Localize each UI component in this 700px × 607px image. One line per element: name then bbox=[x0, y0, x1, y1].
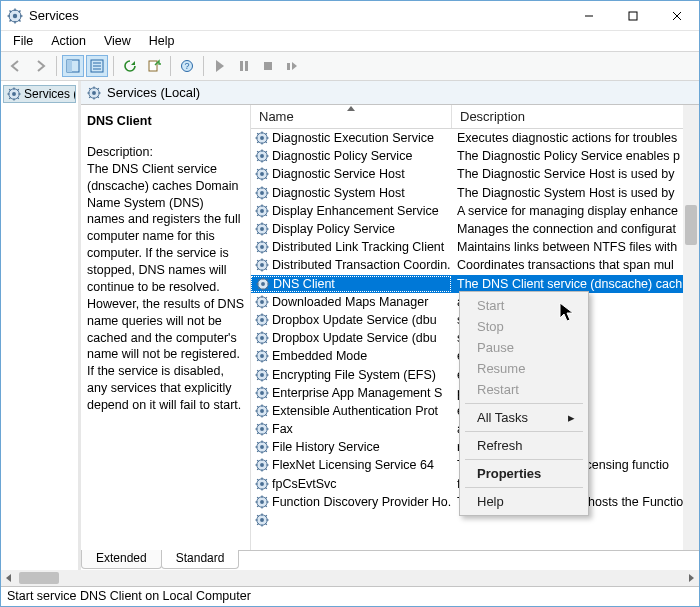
menu-file[interactable]: File bbox=[5, 33, 41, 49]
service-row[interactable]: Diagnostic Execution ServiceExecutes dia… bbox=[251, 129, 699, 147]
show-hide-tree-button[interactable] bbox=[62, 55, 84, 77]
selected-service-name: DNS Client bbox=[87, 113, 244, 130]
sort-asc-icon bbox=[347, 106, 355, 111]
svg-rect-24 bbox=[245, 61, 248, 71]
service-gear-icon bbox=[255, 495, 269, 509]
refresh-button[interactable] bbox=[119, 55, 141, 77]
menu-view[interactable]: View bbox=[96, 33, 139, 49]
tree-item-label: Services (L bbox=[24, 87, 76, 101]
tab-extended[interactable]: Extended bbox=[81, 550, 162, 569]
vertical-scroll-thumb[interactable] bbox=[685, 205, 697, 245]
service-name-cell: Diagnostic Service Host bbox=[272, 167, 405, 181]
export-button[interactable] bbox=[143, 55, 165, 77]
service-gear-icon bbox=[255, 422, 269, 436]
services-app-icon bbox=[7, 8, 23, 24]
service-desc-cell: The Diagnostic Service Host is used by bbox=[451, 167, 699, 181]
description-label: Description: bbox=[87, 144, 244, 161]
tree-pane: Services (L bbox=[1, 81, 81, 570]
service-row[interactable]: Distributed Link Tracking ClientMaintain… bbox=[251, 238, 699, 256]
service-desc-cell: Maintains links between NTFS files with bbox=[451, 240, 699, 254]
stop-service-button[interactable] bbox=[257, 55, 279, 77]
service-gear-icon bbox=[255, 258, 269, 272]
column-header-desc-label: Description bbox=[460, 109, 525, 124]
context-menu-separator bbox=[465, 431, 583, 432]
service-gear-icon bbox=[255, 186, 269, 200]
service-gear-icon bbox=[255, 458, 269, 472]
chevron-right-icon: ▸ bbox=[568, 410, 575, 425]
window-title: Services bbox=[29, 8, 567, 23]
context-menu-item-refresh[interactable]: Refresh bbox=[463, 435, 585, 456]
context-menu-separator bbox=[465, 403, 583, 404]
titlebar: Services bbox=[1, 1, 699, 31]
service-gear-icon bbox=[255, 240, 269, 254]
context-menu-item-label: Refresh bbox=[477, 438, 523, 453]
service-desc-cell: Executes diagnostic actions for troubles bbox=[451, 131, 699, 145]
context-menu: StartStopPauseResumeRestartAll Tasks▸Ref… bbox=[459, 291, 589, 516]
details-button[interactable] bbox=[86, 55, 108, 77]
service-row[interactable]: Distributed Transaction Coordin...Coordi… bbox=[251, 256, 699, 274]
context-menu-item-restart: Restart bbox=[463, 379, 585, 400]
service-row[interactable]: DNS ClientThe DNS Client service (dnscac… bbox=[251, 275, 699, 293]
service-name-cell: Distributed Link Tracking Client bbox=[272, 240, 444, 254]
back-button[interactable] bbox=[5, 55, 27, 77]
pause-service-button[interactable] bbox=[233, 55, 255, 77]
service-row[interactable]: Display Enhancement ServiceA service for… bbox=[251, 202, 699, 220]
service-gear-icon bbox=[255, 331, 269, 345]
service-desc-cell: Coordinates transactions that span mul bbox=[451, 258, 699, 272]
toolbar: ? bbox=[1, 51, 699, 81]
service-gear-icon bbox=[255, 368, 269, 382]
context-menu-item-label: Start bbox=[477, 298, 504, 313]
help-button[interactable]: ? bbox=[176, 55, 198, 77]
menu-action[interactable]: Action bbox=[43, 33, 94, 49]
service-gear-icon bbox=[255, 295, 269, 309]
service-gear-icon bbox=[255, 440, 269, 454]
tree-item-services-local[interactable]: Services (L bbox=[3, 85, 76, 103]
service-gear-icon bbox=[255, 313, 269, 327]
horizontal-scroll-thumb[interactable] bbox=[19, 572, 59, 584]
service-name-cell: Distributed Transaction Coordin... bbox=[272, 258, 451, 272]
forward-button[interactable] bbox=[29, 55, 51, 77]
service-name-cell: Diagnostic Policy Service bbox=[272, 149, 412, 163]
view-tabs: Extended Standard bbox=[81, 550, 699, 570]
svg-text:?: ? bbox=[184, 61, 189, 71]
maximize-button[interactable] bbox=[611, 1, 655, 30]
menu-help[interactable]: Help bbox=[141, 33, 183, 49]
svg-rect-15 bbox=[67, 60, 72, 72]
content-pane-title: Services (Local) bbox=[107, 85, 200, 100]
vertical-scrollbar[interactable] bbox=[683, 105, 699, 550]
service-gear-icon bbox=[255, 349, 269, 363]
service-gear-icon bbox=[255, 404, 269, 418]
service-row[interactable]: Diagnostic Policy ServiceThe Diagnostic … bbox=[251, 147, 699, 165]
minimize-button[interactable] bbox=[567, 1, 611, 30]
service-row[interactable]: Diagnostic Service HostThe Diagnostic Se… bbox=[251, 165, 699, 183]
restart-service-button[interactable] bbox=[281, 55, 303, 77]
services-header-icon bbox=[87, 86, 101, 100]
service-row[interactable]: Display Policy ServiceManages the connec… bbox=[251, 220, 699, 238]
context-menu-separator bbox=[465, 459, 583, 460]
hscroll-right-button[interactable] bbox=[683, 570, 699, 586]
svg-rect-26 bbox=[287, 63, 290, 70]
service-name-cell: Downloaded Maps Manager bbox=[272, 295, 428, 309]
close-button[interactable] bbox=[655, 1, 699, 30]
start-service-button[interactable] bbox=[209, 55, 231, 77]
context-menu-item-help[interactable]: Help bbox=[463, 491, 585, 512]
service-name-cell: Extensible Authentication Prot bbox=[272, 404, 438, 418]
service-name-cell: Dropbox Update Service (dbu bbox=[272, 331, 437, 345]
column-header-description[interactable]: Description bbox=[451, 105, 699, 128]
service-name-cell: Dropbox Update Service (dbu bbox=[272, 313, 437, 327]
description-text: The DNS Client service (dnscache) caches… bbox=[87, 161, 244, 414]
context-menu-item-properties[interactable]: Properties bbox=[463, 463, 585, 484]
service-name-cell: Display Policy Service bbox=[272, 222, 395, 236]
horizontal-scrollbar[interactable] bbox=[1, 570, 699, 586]
service-gear-icon bbox=[255, 222, 269, 236]
context-menu-item-pause: Pause bbox=[463, 337, 585, 358]
hscroll-left-button[interactable] bbox=[1, 570, 17, 586]
service-row[interactable]: Diagnostic System HostThe Diagnostic Sys… bbox=[251, 184, 699, 202]
service-name-cell: Function Discovery Provider Ho... bbox=[272, 495, 451, 509]
service-name-cell: File History Service bbox=[272, 440, 380, 454]
context-menu-item-all-tasks[interactable]: All Tasks▸ bbox=[463, 407, 585, 428]
tab-standard[interactable]: Standard bbox=[161, 550, 240, 569]
svg-rect-11 bbox=[629, 12, 637, 20]
services-tree-icon bbox=[7, 87, 21, 101]
column-header-name[interactable]: Name bbox=[251, 105, 451, 128]
